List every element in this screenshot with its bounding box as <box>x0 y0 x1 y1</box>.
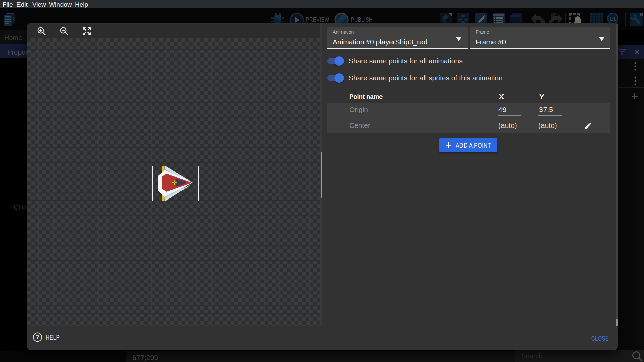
svg-text:1:1: 1:1 <box>610 16 616 22</box>
svg-text:?: ? <box>36 334 39 340</box>
